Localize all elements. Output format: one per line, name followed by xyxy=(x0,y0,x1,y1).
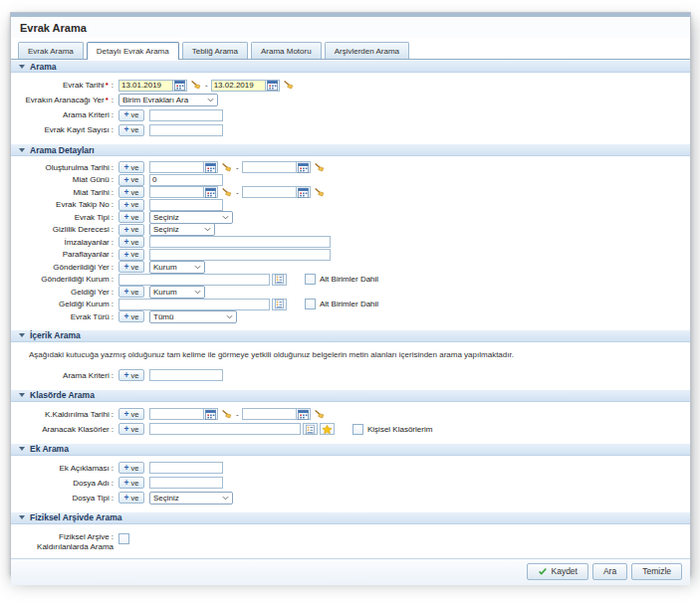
field-label-line2: Kaldırılanlarda Arama xyxy=(37,542,114,551)
field-label: Gönderildiği Yer xyxy=(53,263,109,272)
geldigi-kurum-input[interactable] xyxy=(118,299,270,310)
calendar-button[interactable] xyxy=(172,80,187,92)
icerik-arama-kriteri-input[interactable] xyxy=(149,369,223,381)
and-criteria-button[interactable]: +ve xyxy=(118,423,144,435)
evrak-takip-no-input[interactable] xyxy=(149,199,223,211)
dosya-tipi-select[interactable]: Seçiniz xyxy=(149,492,233,505)
aranacak-klasorler-input[interactable] xyxy=(149,423,301,435)
kisisel-klasorlerim-checkbox[interactable] xyxy=(352,424,363,435)
and-criteria-button[interactable]: +ve xyxy=(118,236,144,248)
plus-icon: + xyxy=(124,312,129,321)
and-criteria-button[interactable]: +ve xyxy=(118,109,144,121)
section-header-arama[interactable]: Arama xyxy=(11,60,690,73)
ek-aciklamasi-input[interactable] xyxy=(149,462,223,474)
alt-birimler-checkbox[interactable] xyxy=(305,299,316,309)
field-label: Evrak Tarihi xyxy=(63,81,105,90)
and-criteria-button[interactable]: +ve xyxy=(118,492,144,504)
and-criteria-button[interactable]: +ve xyxy=(118,261,144,273)
section-header-ek-arama[interactable]: Ek Arama xyxy=(11,443,690,456)
fiziksel-arsiv-checkbox[interactable] xyxy=(118,533,129,544)
miat-tarihi-from-input[interactable] xyxy=(149,186,203,198)
clear-date-button[interactable] xyxy=(313,408,326,420)
and-criteria-button[interactable]: +ve xyxy=(118,286,144,298)
section-body-fiziksel-arsiv: Fiziksel Arşive: Kaldırılanlarda Arama xyxy=(11,524,690,558)
plus-icon: + xyxy=(124,371,129,380)
olusturulma-tarihi-from-input[interactable] xyxy=(149,161,203,173)
evrak-turu-select[interactable]: Tümü xyxy=(149,310,237,323)
aranacagi-yer-select[interactable]: Birim Evrakları Ara xyxy=(118,94,218,106)
calendar-button[interactable] xyxy=(203,161,218,173)
section-header-fiziksel-arsiv[interactable]: Fiziksel Arşivde Arama xyxy=(11,511,690,524)
miat-tarihi-to-input[interactable] xyxy=(242,186,296,198)
evrak-kayit-sayisi-input[interactable] xyxy=(149,124,223,136)
clear-form-button[interactable]: Temizle xyxy=(631,563,682,580)
search-button[interactable]: Ara xyxy=(592,563,627,580)
and-criteria-button[interactable]: +ve xyxy=(118,174,144,186)
tab-evrak-arama[interactable]: Evrak Arama xyxy=(18,42,84,59)
tab-arama-motoru[interactable]: Arama Motoru xyxy=(251,42,322,59)
and-criteria-button[interactable]: +ve xyxy=(118,124,144,136)
clear-date-button[interactable] xyxy=(220,161,233,173)
section-title: Klasörde Arama xyxy=(30,390,95,400)
clear-date-button[interactable] xyxy=(189,80,202,92)
tab-detayli-evrak-arama[interactable]: Detaylı Evrak Arama xyxy=(87,42,179,60)
calendar-icon xyxy=(205,409,216,420)
plus-icon: + xyxy=(124,263,129,272)
and-criteria-button[interactable]: +ve xyxy=(118,161,144,173)
save-button[interactable]: Kaydet xyxy=(527,563,587,580)
and-criteria-button[interactable]: +ve xyxy=(118,369,144,381)
calendar-button[interactable] xyxy=(265,80,280,92)
evrak-tarihi-from-input[interactable] xyxy=(118,80,172,92)
calendar-button[interactable] xyxy=(296,408,311,420)
section-header-arama-detaylari[interactable]: Arama Detayları xyxy=(11,143,690,156)
field-row-arama-kriteri: Arama Kriteri: +ve xyxy=(19,107,682,122)
clear-date-button[interactable] xyxy=(220,186,233,198)
tab-arsivlerden-arama[interactable]: Arşivlerden Arama xyxy=(325,42,409,59)
and-criteria-button[interactable]: +ve xyxy=(118,199,144,211)
gonderildigi-kurum-input[interactable] xyxy=(118,274,270,286)
imzalayanlar-input[interactable] xyxy=(149,236,331,248)
and-criteria-button[interactable]: +ve xyxy=(118,462,144,474)
kurum-select-button[interactable] xyxy=(272,299,287,310)
calendar-button[interactable] xyxy=(203,408,218,420)
and-criteria-button[interactable]: +ve xyxy=(118,408,144,420)
clear-date-button[interactable] xyxy=(313,186,326,198)
arama-kriteri-input[interactable] xyxy=(149,109,223,121)
and-criteria-button[interactable]: +ve xyxy=(118,224,144,236)
section-title: Arama xyxy=(30,62,56,72)
kaldirilma-tarihi-to-input[interactable] xyxy=(242,408,296,420)
star-icon xyxy=(322,424,333,435)
klasor-select-button[interactable] xyxy=(303,423,318,435)
calendar-icon xyxy=(205,187,216,198)
and-criteria-button[interactable]: +ve xyxy=(118,310,144,322)
and-criteria-button[interactable]: +ve xyxy=(118,477,144,489)
calendar-button[interactable] xyxy=(296,161,311,173)
evrak-tarihi-to-input[interactable] xyxy=(211,80,265,92)
clear-date-button[interactable] xyxy=(282,80,295,92)
field-label: K.Kaldırılma Tarihi xyxy=(45,410,110,419)
dosya-adi-input[interactable] xyxy=(149,477,223,489)
calendar-icon xyxy=(205,162,216,173)
olusturulma-tarihi-to-input[interactable] xyxy=(242,161,296,173)
favorite-folders-button[interactable] xyxy=(320,423,335,435)
gizlilik-derecesi-select[interactable]: Seçiniz xyxy=(149,223,215,236)
gonderildigi-yer-select[interactable]: Kurum xyxy=(149,261,205,274)
calendar-button[interactable] xyxy=(296,186,311,198)
and-criteria-button[interactable]: +ve xyxy=(118,249,144,261)
and-criteria-button[interactable]: +ve xyxy=(118,186,144,198)
evrak-tipi-select[interactable]: Seçiniz xyxy=(149,211,233,224)
geldigi-yer-select[interactable]: Kurum xyxy=(149,286,205,299)
alt-birimler-checkbox[interactable] xyxy=(305,274,316,285)
paraflayanlar-input[interactable] xyxy=(149,249,331,261)
clear-date-button[interactable] xyxy=(220,408,233,420)
kaldirilma-tarihi-from-input[interactable] xyxy=(149,408,203,420)
tab-teblig-arama[interactable]: Tebliğ Arama xyxy=(182,42,248,59)
field-label-line1: Fiziksel Arşive xyxy=(59,532,110,541)
clear-date-button[interactable] xyxy=(313,161,326,173)
calendar-button[interactable] xyxy=(203,186,218,198)
section-header-icerik-arama[interactable]: İçerik Arama xyxy=(11,329,690,342)
and-criteria-button[interactable]: +ve xyxy=(118,211,144,223)
miat-gunu-input[interactable] xyxy=(149,174,223,186)
kurum-select-button[interactable] xyxy=(272,274,287,286)
section-header-klasorde-arama[interactable]: Klasörde Arama xyxy=(11,389,690,402)
